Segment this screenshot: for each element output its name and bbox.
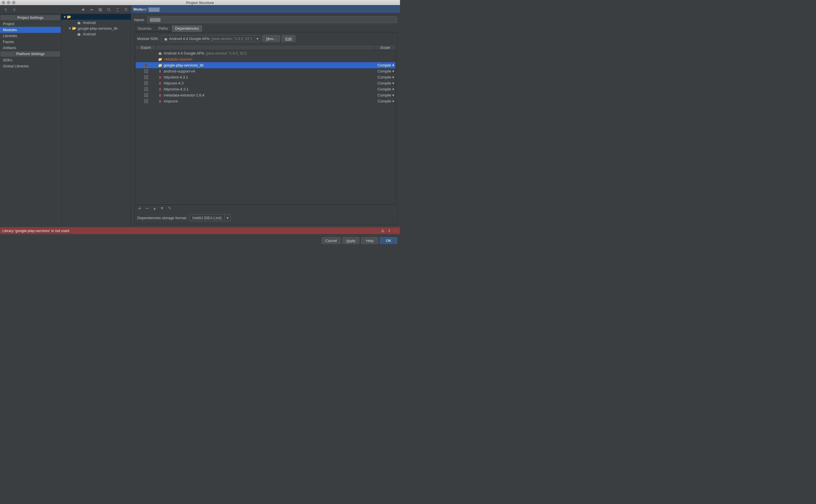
sidebar-item-modules[interactable]: Modules — [0, 27, 61, 33]
history-toolbar — [0, 5, 61, 14]
export-checkbox[interactable] — [144, 75, 148, 79]
maximize-window-button[interactable] — [12, 1, 15, 4]
dropdown-caret-icon: ▾ — [255, 35, 260, 42]
table-row[interactable]: httpclient-4.3.1Compile▾ — [136, 74, 395, 80]
android-icon — [77, 20, 82, 25]
export-checkbox[interactable] — [144, 81, 148, 85]
tree-expand-icon[interactable]: ▼ — [68, 26, 71, 31]
module-toolbar — [61, 5, 131, 14]
scope-cell[interactable]: Compile▾ — [375, 69, 395, 73]
table-row[interactable]: httpcore-4.3Compile▾ — [136, 80, 395, 86]
help-button[interactable]: Help — [361, 237, 378, 244]
library-icon — [158, 99, 162, 103]
collapse-all-button[interactable] — [123, 7, 128, 12]
tree-row[interactable]: ▼google-play-services_lib — [61, 25, 131, 31]
window-titlebar: Project Structure — [0, 0, 400, 5]
module-name-input[interactable] — [147, 16, 397, 23]
apply-button[interactable]: Apply — [342, 237, 359, 244]
android-icon — [77, 32, 82, 36]
folder-icon — [72, 26, 77, 31]
scope-value: Compile — [377, 63, 391, 67]
module-tree[interactable]: ▼ Android▼google-play-services_libAndroi… — [61, 14, 131, 225]
library-icon — [158, 81, 162, 85]
table-row[interactable]: google-play-services_libCompile▾ — [136, 62, 395, 68]
folder-icon — [67, 15, 71, 19]
dep-name: android-support-v4 — [164, 69, 195, 73]
move-up-button[interactable]: ▲ — [152, 206, 156, 210]
table-row[interactable]: httpmime-4.3.1Compile▾ — [136, 86, 395, 92]
name-column-header[interactable] — [156, 45, 375, 50]
sidebar-item-project[interactable]: Project — [0, 21, 61, 27]
remove-dependency-button[interactable] — [145, 206, 149, 210]
scope-value: Compile — [377, 81, 391, 85]
scope-cell[interactable]: Compile▾ — [375, 93, 395, 97]
library-icon — [158, 87, 162, 91]
sidebar-item-libraries[interactable]: Libraries — [0, 33, 61, 39]
export-checkbox[interactable] — [144, 93, 148, 97]
tab-paths[interactable]: Paths — [155, 25, 172, 32]
module-source-icon — [158, 57, 162, 61]
export-cell — [136, 87, 156, 91]
export-checkbox[interactable] — [144, 87, 148, 91]
table-row[interactable]: <Module source> — [136, 56, 395, 62]
dep-name: httpmime-4.3.1 — [164, 87, 188, 91]
export-checkbox[interactable] — [144, 69, 148, 73]
minimize-window-button[interactable] — [7, 1, 10, 4]
expand-all-button[interactable] — [115, 7, 120, 12]
scope-column-header[interactable]: Scope — [375, 45, 395, 50]
tab-sources[interactable]: Sources — [134, 25, 155, 32]
sidebar-item-facets[interactable]: Facets — [0, 39, 61, 45]
warning-icon[interactable]: ⚠ — [381, 228, 385, 233]
new-sdk-button[interactable]: New... — [262, 35, 280, 42]
storage-format-select[interactable]: IntelliJ IDEA (.iml) ▾ — [189, 214, 231, 221]
dependency-tools: ▲ ▼ ✎ — [135, 205, 396, 211]
module-header-label: Modu — [133, 7, 143, 11]
table-row[interactable]: Android 4.4 Google APIs (java version "1… — [136, 50, 395, 56]
remove-module-button[interactable] — [89, 7, 94, 12]
find-module-button[interactable] — [106, 7, 111, 12]
sidebar-item-artifacts[interactable]: Artifacts — [0, 45, 61, 51]
cancel-button[interactable]: Cancel — [322, 237, 341, 244]
scope-value: Compile — [377, 87, 391, 91]
edit-dependency-button[interactable]: ✎ — [167, 206, 171, 210]
forward-button[interactable] — [12, 7, 17, 12]
move-down-button[interactable]: ▼ — [160, 206, 164, 210]
module-header: Module '▓▓▓▓' — [131, 5, 400, 13]
scope-cell[interactable]: Compile▾ — [375, 75, 395, 79]
ok-button[interactable]: OK — [380, 237, 397, 244]
svg-point-2 — [107, 8, 110, 11]
error-close-icon[interactable]: ✕ — [393, 228, 398, 233]
tree-row[interactable]: Android — [61, 20, 131, 25]
scope-caret-icon: ▾ — [392, 81, 394, 85]
table-row[interactable]: xmpcoreCompile▾ — [136, 98, 395, 104]
tree-expand-icon[interactable]: ▼ — [63, 15, 66, 19]
dependencies-panel: Module SDK: Android 4.4 Google APIs (jav… — [134, 32, 397, 224]
edit-sdk-button[interactable]: Edit — [282, 35, 296, 42]
export-checkbox[interactable] — [144, 99, 148, 103]
tree-row[interactable]: Android — [61, 31, 131, 37]
dropdown-caret-icon: ▾ — [225, 215, 230, 221]
scope-cell[interactable]: Compile▾ — [375, 63, 395, 67]
export-checkbox[interactable] — [144, 63, 148, 67]
sidebar-item-global-libraries[interactable]: Global Libraries — [0, 63, 61, 69]
back-button[interactable] — [3, 7, 8, 12]
table-row[interactable]: metadata-extractor-2.6.4Compile▾ — [136, 92, 395, 98]
close-window-button[interactable] — [2, 1, 5, 4]
export-column-header[interactable]: Export — [136, 45, 156, 50]
dep-name: metadata-extractor-2.6.4 — [164, 93, 204, 97]
tab-dependencies[interactable]: Dependencies — [171, 25, 202, 32]
sidebar-item-sdks[interactable]: SDKs — [0, 57, 61, 63]
tree-root-row[interactable]: ▼ — [61, 14, 131, 20]
scope-cell[interactable]: Compile▾ — [375, 99, 395, 103]
add-module-button[interactable] — [81, 7, 86, 12]
scope-cell[interactable]: Compile▾ — [375, 87, 395, 91]
table-row[interactable]: android-support-v4Compile▾ — [136, 68, 395, 74]
name-cell: httpcore-4.3 — [156, 81, 375, 85]
scope-cell[interactable]: Compile▾ — [375, 81, 395, 85]
table-body[interactable]: Android 4.4 Google APIs (java version "1… — [136, 50, 395, 204]
module-sdk-select[interactable]: Android 4.4 Google APIs (java version "1… — [161, 35, 261, 42]
add-dependency-button[interactable] — [138, 206, 142, 210]
download-icon[interactable]: ⬇ — [387, 228, 391, 233]
copy-module-button[interactable] — [98, 7, 103, 12]
library-icon — [158, 93, 162, 97]
